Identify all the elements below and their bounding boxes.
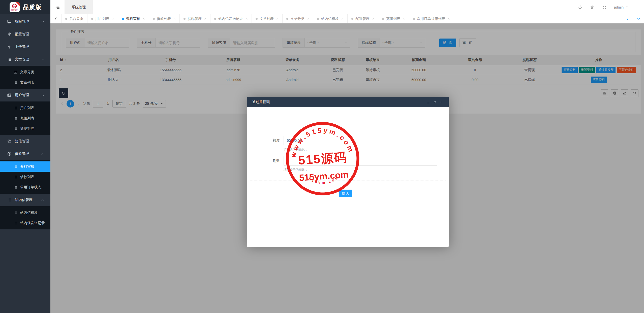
- periods-label: 期数: [247, 159, 284, 163]
- upload-icon: [7, 45, 12, 49]
- sidebar-item-message-log[interactable]: 站内信发送记录: [0, 218, 50, 228]
- tab-config[interactable]: 配置管理: [348, 14, 378, 23]
- coin-icon: [7, 152, 12, 156]
- top-header: 系统管理 admin: [50, 0, 644, 14]
- sidebar-item-article[interactable]: 文章管理: [0, 53, 50, 66]
- tab-close-icon[interactable]: [276, 18, 279, 20]
- tab-dot-icon: [413, 18, 415, 20]
- tab-dot-icon: [183, 18, 186, 20]
- tab-order-status-list[interactable]: 常用订单状态列表: [409, 14, 454, 23]
- app-title: 品质版: [23, 3, 42, 11]
- list-icon: [7, 57, 12, 62]
- sidebar-item-message-template[interactable]: 站内信模板: [0, 207, 50, 218]
- tab-home[interactable]: 后台首页: [62, 14, 87, 23]
- sidebar-submenu-article: 文章分类 文章列表: [0, 66, 50, 89]
- sidebar-item-user-list[interactable]: 用户列表: [0, 103, 50, 113]
- tab-close-icon[interactable]: [173, 18, 176, 20]
- tab-user-list[interactable]: 用户列表: [87, 14, 118, 23]
- brand-logo-icon: 招商银行: [10, 2, 20, 12]
- copy-icon: [7, 139, 12, 144]
- tab-loan-list[interactable]: 借款列表: [149, 14, 180, 23]
- tab-dot-icon: [351, 18, 353, 20]
- tab-dot-icon: [153, 18, 155, 20]
- list-icon: [13, 81, 17, 85]
- tab-article-category[interactable]: 文章分类: [283, 14, 313, 23]
- periods-hint: 填写授予的期数，: [284, 168, 449, 172]
- calendar-icon: [13, 70, 17, 74]
- sidebar-item-upload[interactable]: 上传管理: [0, 41, 50, 53]
- sidebar-item-message[interactable]: 站内信管理: [0, 194, 50, 206]
- chevron-up-icon: [41, 152, 44, 156]
- tab-close-icon[interactable]: [403, 18, 405, 20]
- sidebar-submenu-loan: 资料审核 借款列表 常用订单状态...: [0, 160, 50, 194]
- list-icon: [13, 175, 17, 179]
- tab-close-icon[interactable]: [307, 18, 309, 20]
- list-icon: [13, 106, 17, 110]
- dialog-titlebar[interactable]: 通过并授额: [247, 97, 449, 107]
- fullscreen-icon[interactable]: [598, 0, 610, 14]
- module-tab-label: 系统管理: [72, 5, 86, 10]
- tab-close-icon[interactable]: [341, 18, 344, 20]
- sidebar-item-withdraw-manage[interactable]: 提现管理: [0, 123, 50, 134]
- svg-text:招商银行: 招商银行: [11, 9, 18, 11]
- app-logo[interactable]: 招商银行 品质版: [0, 0, 50, 14]
- sidebar-item-article-category[interactable]: 文章分类: [0, 67, 50, 77]
- tab-bar: 后台首页 用户列表 资料审核 借款列表 提现管理 站内信发送记录 文章列表 文章…: [50, 14, 644, 23]
- sidebar-item-data-audit[interactable]: 资料审核: [0, 161, 50, 172]
- minimize-icon[interactable]: [425, 99, 432, 105]
- sidebar-item-config[interactable]: 配置管理: [0, 28, 50, 41]
- tabs-scroll-left-icon[interactable]: [50, 14, 62, 23]
- tab-close-icon[interactable]: [372, 18, 374, 20]
- sidebar: 招商银行 品质版 权限管理 配置管理 上传管理 文章管理 文章分类 文章列表 用…: [0, 0, 50, 313]
- sidebar-item-sms[interactable]: 短信管理: [0, 135, 50, 148]
- menu-fold-icon[interactable]: [50, 0, 65, 14]
- tab-dot-icon: [317, 18, 319, 20]
- sidebar-item-order-status[interactable]: 常用订单状态...: [0, 182, 50, 192]
- sidebar-item-loan[interactable]: 借款管理: [0, 148, 50, 160]
- tab-close-icon[interactable]: [204, 18, 206, 20]
- amount-input[interactable]: [284, 136, 437, 145]
- tab-dot-icon: [122, 18, 124, 20]
- sidebar-submenu-user: 用户列表 充值列表 提现管理: [0, 101, 50, 135]
- tabs-menu-icon[interactable]: [633, 14, 644, 23]
- sidebar-item-recharge-list[interactable]: 充值列表: [0, 113, 50, 123]
- tab-close-icon[interactable]: [246, 18, 248, 20]
- content-area: 条件搜索 用户名 手机号 所属客服 审核结果 - 全部 - 提现状态 - 全部 …: [50, 23, 644, 313]
- tabs-scroll-right-icon[interactable]: [622, 14, 633, 23]
- dialog-title: 通过并授额: [252, 100, 425, 104]
- list-icon: [13, 221, 17, 225]
- tab-dot-icon: [214, 18, 216, 20]
- sidebar-item-user[interactable]: 用户管理: [0, 89, 50, 101]
- list-icon: [13, 116, 17, 120]
- tab-data-audit[interactable]: 资料审核: [118, 14, 149, 23]
- tab-system-manage[interactable]: 系统管理: [65, 0, 93, 14]
- tab-close-icon[interactable]: [112, 18, 114, 20]
- sidebar-item-permission[interactable]: 权限管理: [0, 15, 50, 28]
- tab-article-list[interactable]: 文章列表: [252, 14, 283, 23]
- periods-input[interactable]: [284, 156, 437, 166]
- trash-icon[interactable]: [586, 0, 598, 14]
- tab-close-icon[interactable]: [143, 18, 145, 20]
- amount-label: 额度: [247, 138, 284, 143]
- tab-dot-icon: [286, 18, 288, 20]
- idcard-icon: [7, 93, 12, 97]
- close-icon[interactable]: [438, 99, 445, 105]
- tab-message-log[interactable]: 站内信发送记录: [210, 14, 252, 23]
- sidebar-item-article-list[interactable]: 文章列表: [0, 77, 50, 88]
- sidebar-item-loan-list[interactable]: 借款列表: [0, 172, 50, 182]
- refresh-icon[interactable]: [574, 0, 586, 14]
- monitor-icon: [7, 19, 12, 24]
- chevron-up-icon: [41, 58, 44, 61]
- open-tabs: 后台首页 用户列表 资料审核 借款列表 提现管理 站内信发送记录 文章列表 文章…: [62, 14, 622, 23]
- tab-recharge-list[interactable]: 充值列表: [378, 14, 409, 23]
- caret-down-icon: [625, 5, 628, 9]
- more-menu-icon[interactable]: [632, 0, 644, 14]
- tab-withdraw-manage[interactable]: 提现管理: [180, 14, 210, 23]
- tab-close-icon[interactable]: [448, 18, 450, 20]
- tab-message-template[interactable]: 站内信模板: [313, 14, 348, 23]
- app-window: 招商银行 品质版 权限管理 配置管理 上传管理 文章管理 文章分类 文章列表 用…: [0, 0, 644, 313]
- confirm-button[interactable]: 确认: [339, 190, 352, 197]
- maximize-icon[interactable]: [432, 99, 438, 105]
- amount-hint: 填写授予的额度，: [284, 147, 449, 152]
- user-menu[interactable]: admin: [610, 0, 632, 14]
